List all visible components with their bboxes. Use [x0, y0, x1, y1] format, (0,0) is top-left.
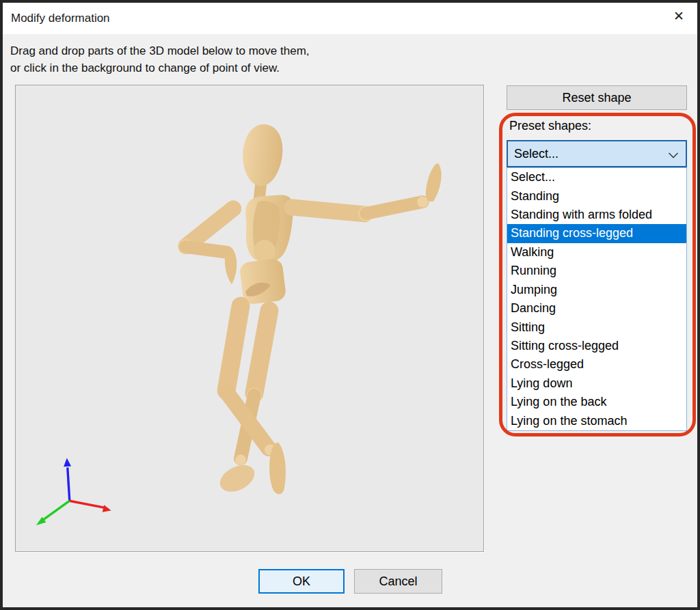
preset-option[interactable]: Jumping: [507, 281, 686, 299]
reset-shape-button[interactable]: Reset shape: [507, 85, 687, 110]
modify-deformation-dialog: Modify deformation ✕ Drag and drop parts…: [0, 0, 700, 610]
preset-shapes-label: Preset shapes:: [509, 119, 591, 133]
axis-triad-icon: [36, 458, 111, 525]
preset-option[interactable]: Lying on the stomach: [507, 411, 686, 430]
viewport-scene: [16, 85, 483, 551]
close-button[interactable]: ✕: [667, 4, 690, 27]
title-bar: Modify deformation: [3, 3, 697, 34]
preset-option[interactable]: Sitting cross-legged: [507, 337, 686, 355]
preset-combobox[interactable]: Select...: [507, 140, 687, 167]
preset-option[interactable]: Sitting: [507, 318, 686, 336]
preset-option[interactable]: Walking: [507, 243, 686, 262]
instructions-line-1: Drag and drop parts of the 3D model belo…: [10, 42, 310, 59]
preset-option[interactable]: Standing cross-legged: [507, 224, 686, 242]
close-icon: ✕: [673, 10, 684, 23]
preset-option[interactable]: Select...: [507, 168, 686, 186]
preset-option[interactable]: Standing with arms folded: [507, 206, 686, 224]
instructions-text: Drag and drop parts of the 3D model belo…: [10, 42, 310, 77]
viewport-canvas[interactable]: [15, 85, 484, 552]
preset-option[interactable]: Lying down: [507, 374, 686, 393]
instructions-line-2: or click in the background to change of …: [10, 59, 310, 77]
window-title: Modify deformation: [3, 12, 110, 25]
ok-button[interactable]: OK: [258, 569, 345, 594]
cancel-button-label: Cancel: [379, 574, 417, 589]
mannequin-figure[interactable]: [178, 122, 441, 497]
preset-option[interactable]: Dancing: [507, 299, 686, 318]
preset-option[interactable]: Standing: [507, 186, 686, 205]
preset-options-list: Select...StandingStanding with arms fold…: [507, 167, 687, 431]
preset-option[interactable]: Running: [507, 262, 686, 280]
combobox-value: Select...: [514, 147, 558, 161]
reset-shape-label: Reset shape: [562, 91, 631, 105]
ok-button-label: OK: [293, 574, 310, 589]
preset-option[interactable]: Cross-legged: [507, 355, 686, 374]
chevron-down-icon: [668, 152, 679, 158]
preset-option[interactable]: Lying on the back: [507, 393, 686, 411]
cancel-button[interactable]: Cancel: [354, 569, 442, 594]
